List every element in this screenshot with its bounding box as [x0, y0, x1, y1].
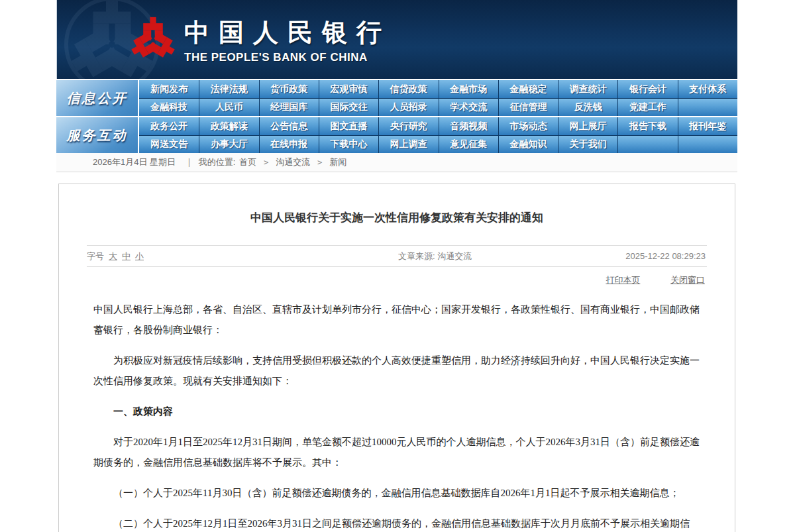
nav-item[interactable]: 央行研究: [378, 117, 438, 135]
site-header: 中国人民银行 THE PEOPLE'S BANK OF CHINA: [56, 0, 737, 79]
tab-info-disclosure[interactable]: 信息公开: [56, 80, 138, 116]
nav-item[interactable]: 支付体系: [678, 80, 737, 98]
breadcrumb-divider: ｜: [185, 157, 193, 167]
nav-item[interactable]: 银行会计: [617, 80, 677, 98]
nav-item[interactable]: 报刊年鉴: [678, 117, 737, 135]
nav-item[interactable]: 金融科技: [139, 99, 199, 116]
nav-item[interactable]: 货币政策: [259, 80, 319, 98]
article-body: 中国人民银行上海总部，各省、自治区、直辖市及计划单列市分行，征信中心；国家开发银…: [59, 286, 735, 532]
location-label: 我的位置:: [199, 157, 236, 167]
bank-name-english: THE PEOPLE'S BANK OF CHINA: [184, 51, 391, 64]
pboc-logo-icon: [129, 15, 178, 66]
section-heading-policy-content: 一、政策内容: [93, 401, 700, 422]
nav-item[interactable]: 网上调查: [378, 136, 438, 153]
nav-item[interactable]: 关于我们: [558, 136, 617, 153]
tab-services[interactable]: 服务互动: [56, 117, 138, 153]
nav-item[interactable]: 信贷政策: [378, 80, 438, 98]
article-tools: 打印本页 关闭窗口: [59, 267, 735, 286]
paragraph-intro: 为积极应对新冠疫情后续影响，支持信用受损但积极还款的个人高效便捷重塑信用，助力经…: [93, 350, 700, 392]
nav-item-empty: [678, 99, 737, 116]
paragraph-item-two: （二）个人于2025年12月1日至2026年3月31日之间足额偿还逾期债务的，金…: [93, 513, 700, 532]
nav-item[interactable]: 图文直播: [319, 117, 378, 135]
article-title: 中国人民银行关于实施一次性信用修复政策有关安排的通知: [59, 184, 735, 225]
font-size-small-button[interactable]: 小: [135, 251, 144, 261]
current-date: 2026年1月4日 星期日: [93, 157, 176, 167]
breadcrumb-arrow: ＞: [315, 157, 324, 167]
nav-item[interactable]: 金融稳定: [498, 80, 558, 98]
page-container: 中国人民银行 THE PEOPLE'S BANK OF CHINA 信息公开 新…: [56, 0, 737, 532]
breadcrumb-page-link[interactable]: 新闻: [329, 157, 346, 167]
font-size-medium-button[interactable]: 中: [122, 251, 131, 261]
source-label: 文章来源:: [398, 251, 435, 261]
nav-row: 网送文告 办事大厅 在线申报 下载中心 网上调查 意见征集 金融知识 关于我们: [139, 135, 737, 153]
nav-item[interactable]: 经理国库: [259, 99, 319, 116]
article-panel: 中国人民银行关于实施一次性信用修复政策有关安排的通知 字号大中小 文章来源: 沟…: [58, 184, 735, 532]
breadcrumb-home-link[interactable]: 首页: [239, 157, 256, 167]
nav-item[interactable]: 下载中心: [319, 136, 378, 153]
font-size-large-button[interactable]: 大: [109, 251, 117, 261]
nav-item[interactable]: 政策解读: [199, 117, 258, 135]
print-page-link[interactable]: 打印本页: [606, 275, 640, 285]
close-window-link[interactable]: 关闭窗口: [670, 275, 705, 285]
nav-item[interactable]: 征信管理: [498, 99, 558, 116]
nav-item[interactable]: 网送文告: [139, 136, 199, 153]
nav-item[interactable]: 办事大厅: [199, 136, 258, 153]
nav-row: 金融科技 人民币 经理国库 国际交往 人员招录 学术交流 征信管理 反洗钱 党建…: [139, 98, 737, 116]
paragraph-item-one: （一）个人于2025年11月30日（含）前足额偿还逾期债务的，金融信用信息基础数…: [93, 483, 700, 504]
nav-item[interactable]: 宏观审慎: [319, 80, 378, 98]
article-meta-bar: 字号大中小 文章来源: 沟通交流 2025-12-22 08:29:23: [87, 245, 707, 267]
nav-item[interactable]: 音频视频: [439, 117, 498, 135]
nav-item[interactable]: 金融知识: [498, 136, 558, 153]
breadcrumb-arrow: ＞: [262, 157, 270, 167]
nav-item[interactable]: 法律法规: [199, 80, 258, 98]
nav-section-info-disclosure: 信息公开 新闻发布 法律法规 货币政策 宏观审慎 信贷政策 金融市场 金融稳定 …: [56, 80, 737, 116]
nav-item[interactable]: 意见征集: [439, 136, 498, 153]
nav-item[interactable]: 金融市场: [439, 80, 498, 98]
nav-row: 政务公开 政策解读 公告信息 图文直播 央行研究 音频视频 市场动态 网上展厅 …: [139, 117, 737, 135]
bank-name-chinese: 中国人民银行: [184, 16, 391, 50]
nav-item[interactable]: 公告信息: [259, 117, 319, 135]
paragraph-salutation: 中国人民银行上海总部，各省、自治区、直辖市及计划单列市分行，征信中心；国家开发银…: [93, 299, 700, 341]
breadcrumb: 2026年1月4日 星期日｜我的位置:首页＞沟通交流＞新闻: [56, 153, 737, 172]
nav-item-empty: [617, 136, 677, 153]
nav-item[interactable]: 在线申报: [259, 136, 319, 153]
nav-item-empty: [678, 136, 737, 153]
nav-item[interactable]: 新闻发布: [139, 80, 199, 98]
nav-section-services: 服务互动 政务公开 政策解读 公告信息 图文直播 央行研究 音频视频 市场动态 …: [56, 117, 737, 153]
nav-item[interactable]: 报告下载: [617, 117, 677, 135]
nav-item[interactable]: 政务公开: [139, 117, 199, 135]
nav-item[interactable]: 反洗钱: [558, 99, 617, 116]
publish-datetime: 2025-12-22 08:29:23: [625, 246, 706, 267]
source-value: 沟通交流: [437, 251, 472, 261]
breadcrumb-section-link[interactable]: 沟通交流: [276, 157, 310, 167]
paragraph-policy-scope: 对于2020年1月1日至2025年12月31日期间，单笔金额不超过10000元人…: [93, 432, 700, 473]
nav-item[interactable]: 国际交往: [319, 99, 378, 116]
nav-item[interactable]: 网上展厅: [558, 117, 617, 135]
nav-item[interactable]: 调查统计: [558, 80, 617, 98]
font-size-label: 字号: [87, 251, 104, 261]
nav-item[interactable]: 市场动态: [498, 117, 558, 135]
nav-item[interactable]: 人民币: [199, 99, 258, 116]
nav-row: 新闻发布 法律法规 货币政策 宏观审慎 信贷政策 金融市场 金融稳定 调查统计 …: [139, 80, 737, 98]
nav-item[interactable]: 学术交流: [439, 99, 498, 116]
nav-item[interactable]: 人员招录: [378, 99, 438, 116]
nav-item[interactable]: 党建工作: [617, 99, 677, 116]
